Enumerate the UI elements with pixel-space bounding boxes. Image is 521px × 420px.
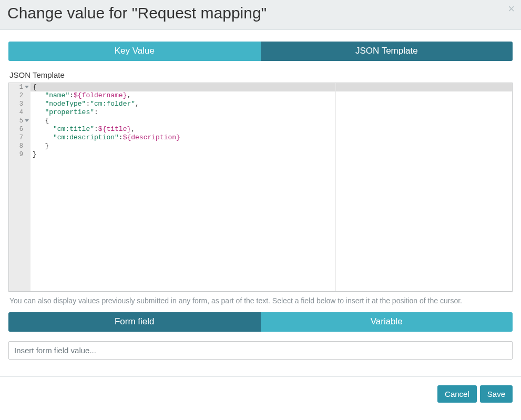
code-line[interactable]: { [33, 117, 512, 125]
cancel-button[interactable]: Cancel [437, 385, 477, 403]
insert-hint: You can also display values previously s… [9, 296, 513, 305]
code-line[interactable]: "properties": [33, 108, 512, 117]
save-button[interactable]: Save [480, 385, 513, 403]
code-line[interactable]: "nodeType":"cm:folder", [33, 100, 512, 108]
tab-variable[interactable]: Variable [261, 312, 513, 332]
gutter-line: 2 [9, 91, 30, 100]
insert-tabbar: Form field Variable [8, 312, 513, 332]
code-line[interactable]: { [33, 83, 512, 91]
close-icon[interactable]: × [508, 3, 515, 15]
gutter-line: 5 [9, 117, 30, 125]
gutter-line: 3 [9, 100, 30, 108]
mode-tabbar: Key Value JSON Template [8, 42, 513, 61]
editor-label: JSON Template [9, 70, 513, 79]
dialog-footer: Cancel Save [0, 376, 521, 409]
code-line[interactable]: "cm:description":${description} [33, 134, 512, 142]
json-editor[interactable]: 123456789 { "name":${foldername}, "nodeT… [8, 83, 513, 292]
editor-code[interactable]: { "name":${foldername}, "nodeType":"cm:f… [30, 83, 512, 291]
dialog-header: Change value for "Request mapping" × [0, 0, 521, 30]
gutter-line: 4 [9, 108, 30, 117]
gutter-line: 9 [9, 150, 30, 159]
code-line[interactable]: } [33, 150, 512, 159]
tab-key-value[interactable]: Key Value [8, 42, 261, 61]
tab-form-field[interactable]: Form field [8, 312, 261, 332]
tab-json-template[interactable]: JSON Template [261, 42, 513, 61]
gutter-line: 7 [9, 134, 30, 142]
gutter-line: 1 [9, 83, 30, 91]
code-line[interactable]: "name":${foldername}, [33, 91, 512, 100]
code-line[interactable]: "cm:title":${title}, [33, 125, 512, 134]
editor-gutter: 123456789 [9, 83, 30, 291]
dialog-title: Change value for "Request mapping" [7, 4, 513, 22]
dialog-content: Key Value JSON Template JSON Template 12… [0, 30, 521, 363]
code-line[interactable]: } [33, 142, 512, 150]
gutter-line: 8 [9, 142, 30, 150]
insert-form-field-input[interactable] [8, 341, 513, 360]
gutter-line: 6 [9, 125, 30, 134]
